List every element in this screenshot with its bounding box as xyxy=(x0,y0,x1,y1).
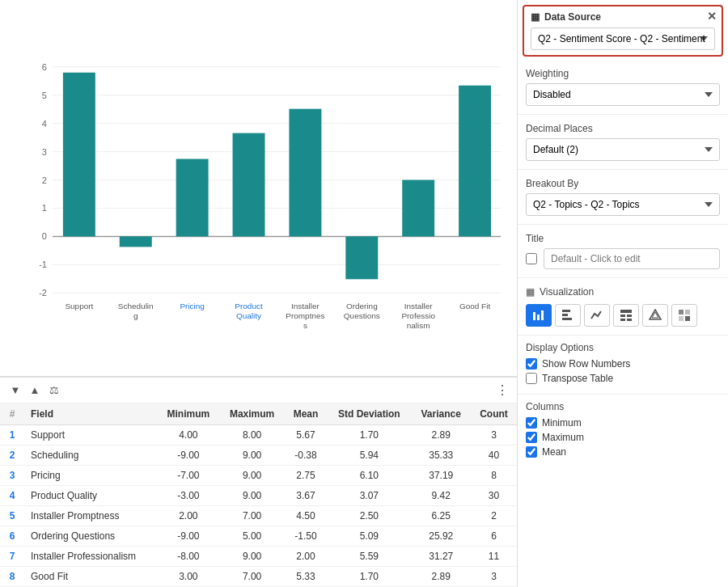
col-mean-row: Mean xyxy=(526,446,720,458)
col-header-mean: Mean xyxy=(285,403,328,425)
cell-mean: -1.50 xyxy=(285,526,328,547)
title-row xyxy=(526,248,720,269)
svg-text:-2: -2 xyxy=(39,288,47,298)
svg-rect-47 xyxy=(679,316,684,321)
columns-section: Columns Minimum Maximum Mean xyxy=(518,396,728,466)
cell-max: 7.00 xyxy=(219,567,284,587)
svg-text:2: 2 xyxy=(42,175,47,185)
svg-rect-43 xyxy=(627,319,632,321)
data-source-select[interactable]: Q2 - Sentiment Score - Q2 - Sentiment Sc… xyxy=(531,27,715,50)
weighting-select[interactable]: Disabled xyxy=(526,83,720,106)
svg-text:Schedulin: Schedulin xyxy=(118,302,154,310)
decimal-places-select[interactable]: Default (2) xyxy=(526,138,720,161)
col-header-field: Field xyxy=(24,403,157,425)
svg-rect-39 xyxy=(620,310,632,313)
svg-rect-37 xyxy=(562,314,568,316)
svg-text:Good Fit: Good Fit xyxy=(459,302,490,310)
bar-chart: 6 5 4 3 2 1 0 -1 -2 xyxy=(8,8,509,376)
cell-max: 9.00 xyxy=(219,547,284,567)
title-input[interactable] xyxy=(544,248,720,269)
col-maximum-label: Maximum xyxy=(542,432,584,443)
svg-text:Pricing: Pricing xyxy=(180,302,204,310)
cell-std: 5.59 xyxy=(327,547,411,567)
cell-var: 2.89 xyxy=(411,567,471,587)
svg-rect-45 xyxy=(679,310,684,315)
breakout-by-select[interactable]: Q2 - Topics - Q2 - Topics xyxy=(526,193,720,216)
cell-min: 3.00 xyxy=(157,567,219,587)
svg-text:6: 6 xyxy=(42,62,47,72)
bar-chart-viz-icon[interactable] xyxy=(526,304,552,327)
radar-viz-icon[interactable] xyxy=(642,304,668,327)
col-header-var: Variance xyxy=(411,403,471,425)
table-row: 8 Good Fit 3.00 7.00 5.33 1.70 2.89 3 xyxy=(0,567,517,587)
cell-min: -3.00 xyxy=(157,486,219,506)
cell-std: 5.94 xyxy=(327,446,411,466)
weighting-section: Weighting Disabled xyxy=(518,61,728,112)
show-row-numbers-row: Show Row Numbers xyxy=(526,358,720,370)
svg-rect-41 xyxy=(627,315,632,317)
cell-field: Good Fit xyxy=(24,567,157,587)
cell-var: 31.27 xyxy=(411,547,471,567)
svg-text:Quality: Quality xyxy=(236,311,261,320)
cell-max: 9.00 xyxy=(219,446,284,466)
bar-scheduling xyxy=(120,236,152,247)
heatmap-viz-icon[interactable] xyxy=(671,304,697,327)
cell-num: 4 xyxy=(0,486,24,506)
cell-count: 3 xyxy=(471,567,517,587)
col-maximum-checkbox[interactable] xyxy=(526,432,537,443)
title-checkbox[interactable] xyxy=(526,253,537,264)
cell-count: 8 xyxy=(471,466,517,486)
svg-text:g: g xyxy=(133,311,138,320)
decimal-places-label: Decimal Places xyxy=(526,123,720,134)
col-header-min: Minimum xyxy=(157,403,219,425)
table-row: 3 Pricing -7.00 9.00 2.75 6.10 37.19 8 xyxy=(0,466,517,486)
table-row: 6 Ordering Questions -9.00 5.00 -1.50 5.… xyxy=(0,526,517,547)
cell-var: 25.92 xyxy=(411,526,471,547)
data-source-label: Data Source xyxy=(544,11,601,23)
line-chart-viz-icon[interactable] xyxy=(584,304,610,327)
data-table: # Field Minimum Maximum Mean Std Deviati… xyxy=(0,403,517,587)
table-header-row: # Field Minimum Maximum Mean Std Deviati… xyxy=(0,403,517,425)
svg-text:1: 1 xyxy=(42,203,47,213)
cell-field: Scheduling xyxy=(24,446,157,466)
svg-text:Installer: Installer xyxy=(291,302,320,310)
breakout-by-section: Breakout By Q2 - Topics - Q2 - Topics xyxy=(518,171,728,222)
svg-text:Support: Support xyxy=(65,302,93,310)
close-icon[interactable]: ✕ xyxy=(707,10,717,23)
cell-max: 8.00 xyxy=(219,425,284,446)
col-minimum-checkbox[interactable] xyxy=(526,417,537,429)
svg-text:Ordering: Ordering xyxy=(346,302,378,310)
cell-mean: 2.75 xyxy=(285,466,328,486)
cell-field: Product Quality xyxy=(24,486,157,506)
col-mean-checkbox[interactable] xyxy=(526,446,537,458)
svg-text:-1: -1 xyxy=(39,260,47,269)
show-row-numbers-checkbox[interactable] xyxy=(526,358,537,370)
bar-pricing xyxy=(176,159,209,237)
cell-mean: -0.38 xyxy=(285,446,328,466)
table-viz-icon[interactable] xyxy=(613,304,639,327)
collapse-icon[interactable]: ▼ xyxy=(8,383,23,398)
svg-rect-46 xyxy=(685,310,690,315)
table-row: 4 Product Quality -3.00 9.00 3.67 3.07 9… xyxy=(0,486,517,506)
settings-icon[interactable]: ⚖ xyxy=(47,383,61,398)
main-area: 6 5 4 3 2 1 0 -1 -2 xyxy=(0,0,518,587)
cell-num: 3 xyxy=(0,466,24,486)
breakout-by-label: Breakout By xyxy=(526,178,720,189)
svg-text:Questions: Questions xyxy=(344,311,380,320)
expand-icon[interactable]: ▲ xyxy=(28,383,42,398)
bar-chart-h-viz-icon[interactable] xyxy=(555,304,581,327)
table-menu-icon[interactable]: ⋮ xyxy=(496,382,509,398)
cell-count: 3 xyxy=(471,425,517,446)
svg-rect-36 xyxy=(562,310,570,312)
cell-mean: 4.50 xyxy=(285,506,328,526)
svg-rect-40 xyxy=(620,315,625,317)
cell-mean: 2.00 xyxy=(285,547,328,567)
transpose-table-checkbox[interactable] xyxy=(526,373,537,384)
title-section: Title xyxy=(518,226,728,276)
cell-max: 9.00 xyxy=(219,466,284,486)
table-section: ▼ ▲ ⚖ ⋮ # Field Minimum Maximum Mean Std… xyxy=(0,376,517,587)
cell-min: -9.00 xyxy=(157,526,219,547)
svg-rect-48 xyxy=(685,316,690,321)
table-icon: ▦ xyxy=(531,11,540,23)
col-minimum-row: Minimum xyxy=(526,417,720,429)
